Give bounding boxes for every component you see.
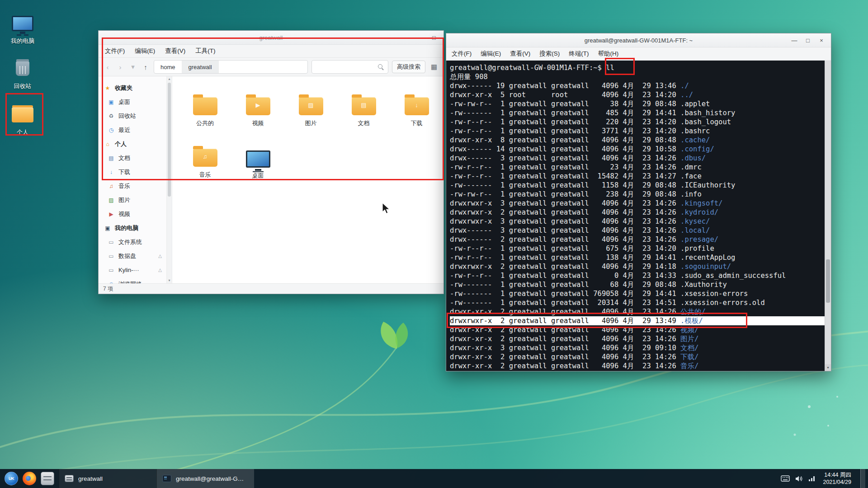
file-manager-titlebar[interactable]: greatwall — □ (99, 31, 443, 45)
menu-item[interactable]: 工具(T) (195, 47, 215, 55)
input-method-icon[interactable] (781, 475, 790, 482)
folder-item[interactable]: ▶ 视频 (231, 97, 284, 145)
taskbar-task-filemanager[interactable]: greatwall (59, 469, 156, 488)
show-desktop-button[interactable] (860, 469, 865, 488)
terminal-screen[interactable]: greatwall@greatwall-GW-001M1A-FTF:~$ ll … (446, 61, 825, 371)
file-meta: drwxr-xr-x 5 root root 4096 4月 23 14:20 (450, 91, 680, 99)
file-name: .dmrc (680, 163, 702, 171)
file-manager-task-icon (65, 475, 74, 482)
sidebar-item[interactable]: ♻ 回收站 (99, 109, 166, 123)
menu-item[interactable]: 搜索(S) (539, 50, 560, 58)
folder-item[interactable]: ▤ 文档 (337, 97, 390, 145)
sidebar-item[interactable]: ◷ 最近 (99, 123, 166, 137)
desktop-icon[interactable]: 回收站 (5, 58, 41, 90)
folder-item[interactable]: ↓ 下载 (390, 97, 443, 145)
sidebar-item[interactable]: ↓ 下载 (99, 165, 166, 179)
desktop-icon[interactable]: 我的电脑 (5, 13, 41, 45)
terminal-scrollbar[interactable]: ▾ (825, 61, 831, 371)
scrollbar-thumb[interactable] (168, 83, 171, 197)
terminal-listing-line: -rw-r--r-- 1 greatwall greatwall 138 4月 … (450, 253, 825, 262)
history-dropdown-icon[interactable]: ▾ (128, 63, 137, 71)
file-manager-content[interactable]: 公共的 ▶ 视频 ▨ 图片 (172, 76, 443, 283)
menu-item[interactable]: 查看(V) (165, 47, 185, 55)
menu-item[interactable]: 终端(T) (569, 50, 589, 58)
search-input[interactable] (312, 64, 378, 70)
menu-item[interactable]: 帮助(H) (598, 50, 619, 58)
folder-emblem-icon: ▨ (299, 102, 323, 108)
item-count: 7 项 (103, 285, 113, 293)
sidebar-item[interactable]: ◉ 浏览网络 (99, 277, 166, 283)
sidebar-item[interactable]: ▶ 视频 (99, 207, 166, 221)
sidebar-item-icon: ↓ (107, 169, 116, 175)
folder-icon: ↓ (405, 97, 429, 115)
window-title: greatwall (259, 34, 283, 41)
terminal-listing-line: -rw------- 1 greatwall greatwall 485 4月 … (450, 108, 825, 117)
scrollbar-thumb[interactable] (826, 259, 830, 303)
maximize-icon[interactable]: □ (427, 31, 441, 44)
terminal-listing-line: -rw-r--r-- 1 greatwall greatwall 675 4月 … (450, 244, 825, 253)
sidebar-item[interactable]: ▣ 我的电脑 (99, 221, 166, 235)
sidebar-item[interactable]: ▭ 数据盘 △ (99, 249, 166, 263)
terminal-listing: drwx------ 19 greatwall greatwall 4096 4… (450, 81, 825, 371)
search-icon[interactable] (378, 64, 384, 70)
sidebar-item[interactable]: ▭ 文件系统 (99, 235, 166, 249)
breadcrumb-segment[interactable]: greatwall (182, 61, 219, 73)
sidebar-item-icon: ▭ (107, 253, 116, 259)
close-icon[interactable]: × (815, 33, 828, 47)
volume-icon[interactable] (795, 475, 803, 482)
breadcrumb[interactable]: homegreatwall (154, 60, 308, 74)
maximize-icon[interactable]: □ (801, 33, 815, 47)
desktop-icon[interactable]: 个人 (5, 104, 41, 136)
menu-item[interactable]: 编辑(E) (481, 50, 501, 58)
sidebar-item[interactable]: ▣ 桌面 (99, 95, 166, 109)
terminal-listing-line: -rw-rw-r-- 1 greatwall greatwall 38 4月 2… (450, 99, 825, 108)
menu-item[interactable]: 文件(F) (452, 50, 472, 58)
minimize-icon[interactable]: — (414, 31, 427, 44)
view-toggle-icon[interactable]: ▦ (429, 63, 439, 71)
folder-item[interactable]: 桌面 (231, 149, 284, 197)
advanced-search-button[interactable]: 高级搜索 (392, 61, 425, 73)
folder-item[interactable]: ♫ 音乐 (179, 149, 231, 197)
terminal-listing-line: drwx------ 2 greatwall greatwall 4096 4月… (450, 235, 825, 244)
sidebar-scrollbar[interactable]: ▴ ▾ (167, 76, 172, 283)
sidebar-item[interactable]: ▭ Kylin-··· △ (99, 263, 166, 277)
file-name: .applet (680, 100, 710, 108)
firefox-icon[interactable] (23, 472, 36, 485)
file-meta: -rw------- 1 greatwall greatwall 20314 4… (450, 299, 680, 307)
sidebar-item[interactable]: ▤ 文档 (99, 151, 166, 165)
breadcrumb-segment[interactable]: home (154, 61, 182, 73)
sidebar-item[interactable]: ▨ 图片 (99, 193, 166, 207)
sidebar-item[interactable]: ⌂ 个人 (99, 137, 166, 151)
file-manager-launcher-icon[interactable] (41, 472, 54, 485)
up-icon[interactable]: ↑ (141, 63, 150, 71)
clock[interactable]: 14:44 周四 2021/04/29 (823, 471, 851, 486)
menu-item[interactable]: 编辑(E) (135, 47, 155, 55)
scrollbar-down-icon[interactable]: ▾ (825, 364, 831, 371)
folder-item[interactable]: 公共的 (179, 97, 231, 145)
taskbar-task-terminal[interactable]: greatwall@greatwall-G… (156, 469, 254, 488)
start-button[interactable]: UK (5, 472, 18, 485)
sidebar-item-label: 文件系统 (118, 238, 142, 246)
forward-icon[interactable]: › (116, 63, 125, 71)
scrollbar-up-icon[interactable]: ▴ (167, 76, 172, 82)
file-manager-window: greatwall — □ 文件(F)编辑(E)查看(V)工具(T) ‹ › ▾… (98, 30, 444, 294)
menu-item[interactable]: 查看(V) (510, 50, 530, 58)
file-name: 公共的/ (680, 308, 706, 316)
terminal-listing-line: -rw-r--r-- 1 greatwall greatwall 220 4月 … (450, 117, 825, 127)
file-name: 图片/ (680, 335, 698, 343)
back-icon[interactable]: ‹ (103, 63, 112, 71)
folder-item[interactable]: ▨ 图片 (284, 97, 337, 145)
terminal-titlebar[interactable]: greatwall@greatwall-GW-001M1A-FTF: ~ — □… (446, 33, 831, 47)
network-icon[interactable] (808, 475, 816, 482)
task-label: greatwall (78, 475, 103, 482)
file-name: .dbus/ (680, 154, 706, 162)
sidebar-item[interactable]: ♫ 音乐 (99, 179, 166, 193)
minimize-icon[interactable]: — (788, 33, 801, 47)
menu-item[interactable]: 文件(F) (105, 47, 125, 55)
sidebar-item-label: 图片 (118, 196, 130, 204)
eject-icon[interactable]: △ (158, 267, 165, 272)
eject-icon[interactable]: △ (158, 253, 165, 258)
terminal-listing-line: drwxrwxr-x 3 greatwall greatwall 4096 4月… (450, 217, 825, 226)
scrollbar-down-icon[interactable]: ▾ (167, 278, 172, 283)
sidebar-item[interactable]: ★ 收藏夹 (99, 81, 166, 95)
